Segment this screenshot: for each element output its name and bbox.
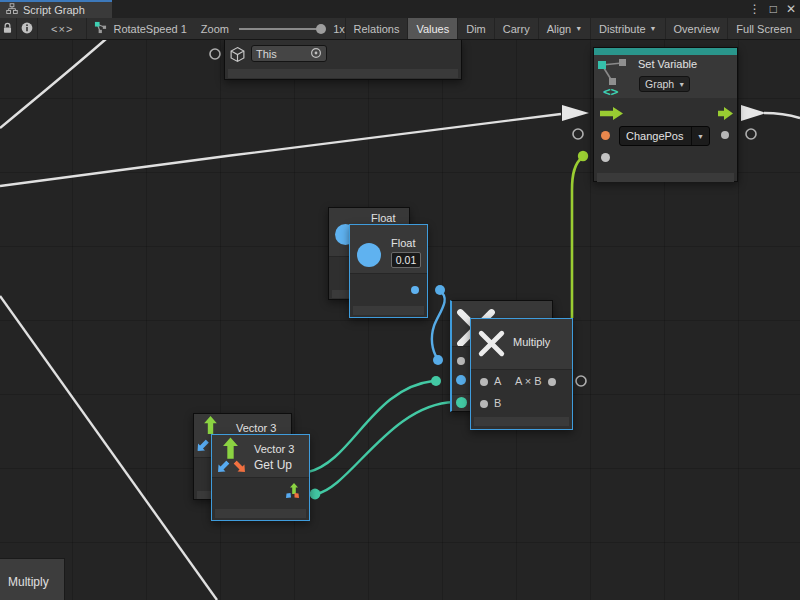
values-button[interactable]: Values (408, 18, 458, 39)
chevron-down-icon: ▼ (575, 25, 582, 32)
variable-dropdown-arrow[interactable]: ▼ (691, 127, 709, 145)
relations-button[interactable]: Relations (346, 18, 409, 39)
getup-title: Vector 3 (254, 443, 294, 455)
float-footer (353, 306, 424, 315)
info-button[interactable] (17, 18, 38, 39)
set-variable-footer (597, 173, 734, 182)
script-graph-icon (94, 21, 107, 36)
carry-button[interactable]: Carry (495, 18, 539, 39)
corner-multiply-node[interactable]: Multiply (0, 558, 65, 600)
value-in-port[interactable] (601, 153, 610, 162)
this-field-value: This (256, 48, 277, 60)
multiply-port-a-label: A (494, 375, 501, 387)
multiply-footer (474, 417, 569, 426)
float-value-input[interactable]: 0.01 (391, 252, 421, 268)
multiply-title: Multiply (513, 336, 550, 348)
variable-scope-dropdown[interactable]: Graph ▼ (639, 76, 690, 92)
this-node[interactable]: This (224, 40, 462, 80)
distribute-dropdown-button[interactable]: Distribute ▼ (591, 18, 665, 39)
code-toggle-icon: <×> (51, 23, 73, 35)
multiply-port-b-label: B (494, 397, 501, 409)
set-variable-title: Set Variable (638, 58, 697, 70)
tab-label: Script Graph (23, 4, 85, 16)
align-dropdown-button[interactable]: Align ▼ (539, 18, 591, 39)
float-output-port[interactable] (411, 286, 419, 294)
close-icon[interactable]: ✕ (786, 0, 796, 18)
float-back-title: Float (371, 212, 395, 224)
vector3-back-sw-arrow-icon (196, 439, 209, 457)
graph-hierarchy-icon (6, 3, 18, 17)
svg-text:<>: <> (603, 84, 619, 97)
dim-button[interactable]: Dim (458, 18, 495, 39)
tab-bar: Script Graph ⋮ □ ✕ (0, 0, 800, 18)
fullscreen-button[interactable]: Full Screen (728, 18, 800, 39)
lock-icon (2, 22, 13, 36)
chevron-down-icon: ▼ (697, 133, 704, 140)
graph-toolbar: <×> RotateSpeed 1 Zoom 1x Relations (0, 18, 800, 40)
variable-name-dropdown[interactable]: ChangePos ▼ (619, 126, 710, 146)
zoom-slider[interactable] (239, 28, 321, 30)
chevron-down-icon: ▼ (678, 81, 685, 88)
scope-value: Graph (645, 78, 674, 90)
multiply-port-b[interactable] (480, 400, 488, 408)
getup-sw-arrow-icon (216, 460, 230, 478)
variable-out-port[interactable] (721, 131, 729, 139)
getup-output-port[interactable] (284, 483, 301, 502)
maximize-icon[interactable]: □ (770, 0, 777, 18)
set-variable-icon: <> (597, 57, 631, 101)
float-icon (357, 243, 381, 267)
zoom-label: Zoom (201, 23, 229, 35)
object-picker-icon[interactable] (310, 47, 322, 61)
cube-icon (229, 46, 246, 67)
multiply-back-port-a[interactable] (457, 357, 465, 365)
multiply-port-a[interactable] (480, 378, 488, 386)
float-node[interactable]: Float 0.01 (349, 224, 428, 318)
vector3-back-title: Vector 3 (236, 422, 276, 434)
zoom-control: Zoom 1x (187, 18, 345, 39)
this-object-field[interactable]: This (251, 45, 327, 62)
getup-node[interactable]: Vector 3 Get Up (211, 434, 310, 521)
overview-button[interactable]: Overview (666, 18, 729, 39)
flow-in-arrow[interactable] (600, 106, 623, 124)
variable-name-port[interactable] (601, 131, 610, 140)
this-node-footer (228, 69, 458, 78)
getup-subtitle: Get Up (254, 458, 292, 472)
unity-script-graph-window: This <> Set Variable Graph ▼ (0, 0, 800, 600)
multiply-out-port[interactable] (548, 378, 556, 386)
multiply-node[interactable]: Multiply A A × B B (470, 318, 573, 430)
graph-name: RotateSpeed 1 (113, 23, 186, 35)
multiply-icon (477, 329, 506, 362)
getup-footer (215, 509, 306, 518)
set-variable-node[interactable]: <> Set Variable Graph ▼ ChangePos ▼ (593, 47, 738, 182)
menu-dots-icon[interactable]: ⋮ (749, 0, 761, 18)
getup-se-arrow-icon (233, 460, 247, 478)
float-title: Float (391, 237, 415, 249)
info-icon (21, 22, 33, 36)
multiply-out-label: A × B (515, 375, 542, 387)
graph-breadcrumb[interactable]: RotateSpeed 1 (87, 18, 186, 39)
zoom-slider-knob[interactable] (316, 24, 326, 34)
zoom-value: 1x (333, 23, 345, 35)
corner-multiply-title: Multiply (8, 575, 49, 589)
variable-accent-bar (594, 48, 737, 55)
lock-button[interactable] (0, 18, 17, 39)
multiply-back-port-teal[interactable] (456, 397, 467, 408)
flow-out-arrow[interactable] (718, 106, 733, 124)
multiply-back-port-blue[interactable] (456, 375, 466, 385)
port-toggle-button[interactable]: <×> (38, 18, 87, 39)
tab-script-graph[interactable]: Script Graph (0, 0, 112, 18)
chevron-down-icon: ▼ (650, 25, 657, 32)
variable-name-value: ChangePos (620, 130, 690, 142)
